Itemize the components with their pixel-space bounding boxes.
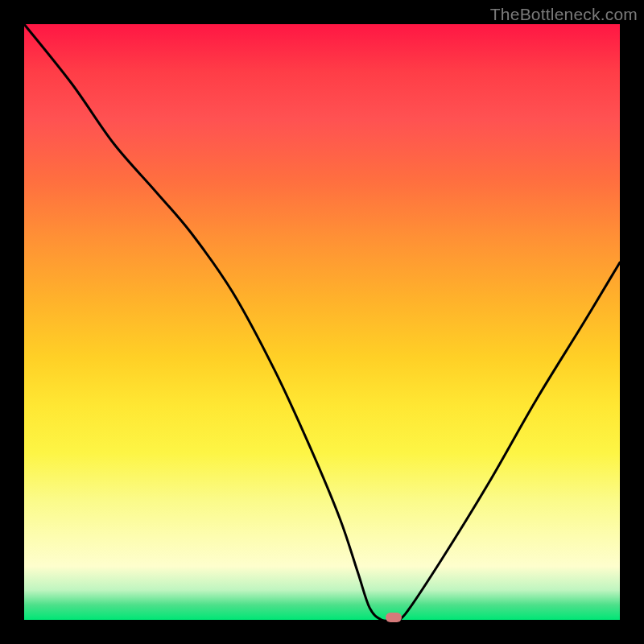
plot-area [24,24,620,620]
bottleneck-curve [24,24,620,620]
watermark-label: TheBottleneck.com [490,5,638,24]
optimal-marker [386,613,402,622]
chart-container: TheBottleneck.com [0,0,644,644]
